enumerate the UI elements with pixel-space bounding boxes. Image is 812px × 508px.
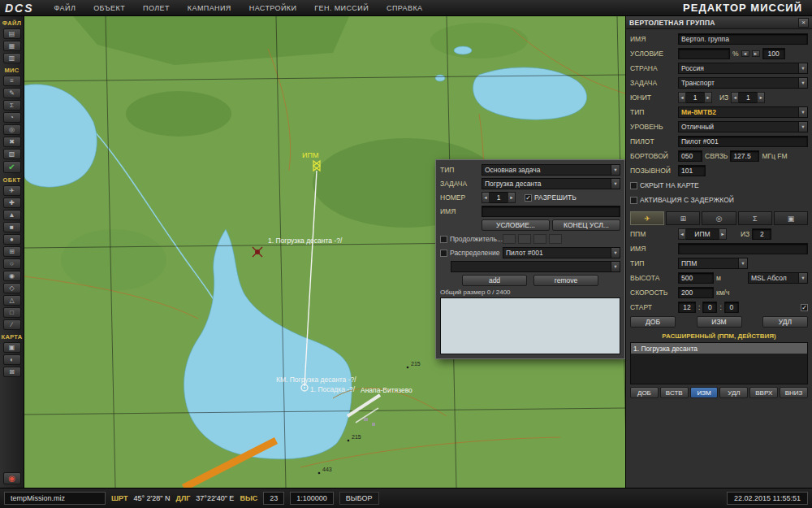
farp-icon[interactable]: ◇ bbox=[3, 283, 21, 293]
unit-total-stepper[interactable]: ◄ 1 ► bbox=[731, 92, 765, 103]
group-task-dropdown[interactable]: Транспорт ▼ bbox=[678, 77, 808, 89]
altitude-input[interactable]: 500 bbox=[678, 272, 714, 284]
triggers-icon[interactable]: ◎ bbox=[3, 124, 21, 135]
task-id-input[interactable] bbox=[482, 206, 620, 217]
remove-task-button[interactable]: remove bbox=[533, 275, 598, 286]
tab-links[interactable]: ◎ bbox=[702, 211, 736, 225]
menu-campaign[interactable]: КАМПАНИЯ bbox=[179, 0, 240, 15]
extra-dropdown[interactable]: ▼ bbox=[451, 261, 620, 272]
action-down-button[interactable]: ВНИЗ bbox=[780, 387, 808, 398]
spin-left-icon[interactable]: ◄ bbox=[731, 92, 739, 103]
wp-add-button[interactable]: ДОБ bbox=[630, 316, 676, 328]
edit-mission-icon[interactable]: ✎ bbox=[3, 88, 21, 98]
spin-left-icon[interactable]: ◄ bbox=[741, 50, 749, 57]
probability-value[interactable]: 100 bbox=[762, 48, 785, 59]
spin-right-icon[interactable]: ► bbox=[752, 50, 760, 57]
skill-dropdown[interactable]: Отличный ▼ bbox=[678, 121, 808, 132]
ruler-icon[interactable]: ∕ bbox=[3, 319, 21, 330]
validate-mission-icon[interactable]: ✔ bbox=[3, 161, 21, 173]
vehicle-icon[interactable]: ■ bbox=[3, 222, 21, 232]
goals-icon[interactable]: ▧ bbox=[3, 149, 21, 159]
allow-checkbox[interactable]: ✓ bbox=[525, 194, 532, 202]
menu-mission-generator[interactable]: ГЕН. МИССИЙ bbox=[305, 0, 378, 15]
unit-type-dropdown[interactable]: Ми-8МТВ2 ▼ bbox=[678, 106, 808, 118]
callsign-input[interactable]: 101 bbox=[678, 165, 706, 176]
action-up-button[interactable]: ВВРХ bbox=[749, 387, 778, 398]
map-theme-icon[interactable]: ◐ bbox=[3, 354, 21, 365]
condition-button[interactable]: УСЛОВИЕ... bbox=[482, 219, 550, 231]
distribution-checkbox[interactable] bbox=[440, 250, 447, 257]
tab-route[interactable]: ✈ bbox=[630, 211, 664, 225]
editor-mode[interactable]: ВЫБОР bbox=[339, 492, 379, 505]
helicopter-icon[interactable]: ✚ bbox=[3, 198, 21, 208]
template-icon[interactable]: ⊞ bbox=[3, 246, 21, 257]
task-dropdown[interactable]: Погрузка десанта ▼ bbox=[482, 178, 620, 189]
bullseye-icon[interactable]: ◉ bbox=[3, 271, 21, 281]
start-hours-input[interactable]: 12 bbox=[678, 302, 696, 313]
map-scale[interactable]: 1:100000 bbox=[290, 492, 334, 505]
menu-help[interactable]: СПРАВКА bbox=[378, 0, 431, 15]
close-icon[interactable]: × bbox=[798, 18, 809, 28]
spin-left-icon[interactable]: ◄ bbox=[678, 92, 686, 103]
action-list-item[interactable]: 1. Погрузка десанта bbox=[631, 343, 807, 354]
pilot-input[interactable]: Пилот #001 bbox=[678, 136, 808, 147]
spin-left-icon[interactable]: ◄ bbox=[482, 192, 490, 203]
wp-delete-button[interactable]: УДЛ bbox=[762, 316, 808, 328]
tab-payload[interactable]: ⊞ bbox=[666, 211, 700, 225]
menu-file[interactable]: ФАЙЛ bbox=[45, 0, 85, 15]
hidden-on-map-checkbox[interactable] bbox=[630, 182, 637, 189]
new-mission-icon[interactable]: ▤ bbox=[3, 28, 21, 39]
map-layers-icon[interactable]: ▣ bbox=[3, 342, 21, 353]
late-activation-checkbox[interactable] bbox=[630, 197, 637, 204]
condition-input[interactable] bbox=[678, 48, 730, 59]
open-mission-icon[interactable]: ▦ bbox=[3, 41, 21, 51]
task-script-area[interactable] bbox=[440, 297, 620, 354]
action-delete-button[interactable]: УДЛ bbox=[719, 387, 748, 398]
start-seconds-input[interactable]: 0 bbox=[724, 302, 739, 313]
stop-condition-button[interactable]: КОНЕЦ УСЛ... bbox=[552, 219, 620, 231]
failures-icon[interactable]: ✖ bbox=[3, 137, 21, 147]
altitude-mode-dropdown[interactable]: MSL Абсол ▼ bbox=[748, 272, 808, 284]
spin-right-icon[interactable]: ► bbox=[704, 92, 712, 103]
menu-object[interactable]: ОБЪЕКТ bbox=[84, 0, 134, 15]
start-time-checkbox[interactable]: ✓ bbox=[801, 304, 808, 311]
tab-options[interactable]: ▣ bbox=[774, 211, 808, 225]
briefing-icon[interactable]: ≡ bbox=[3, 76, 21, 86]
actions-list[interactable]: 1. Погрузка десанта bbox=[630, 342, 808, 384]
action-insert-button[interactable]: ВСТВ bbox=[660, 387, 689, 398]
spin-right-icon[interactable]: ► bbox=[719, 228, 727, 240]
menu-settings[interactable]: НАСТРОЙКИ bbox=[240, 0, 306, 15]
static-object-icon[interactable]: ● bbox=[3, 234, 21, 245]
speed-input[interactable]: 200 bbox=[678, 287, 714, 298]
wp-name-input[interactable] bbox=[678, 243, 808, 254]
zone-icon[interactable]: ○ bbox=[3, 258, 21, 269]
spin-right-icon[interactable]: ► bbox=[508, 192, 516, 203]
ppm-stepper[interactable]: ◄ ИПМ ► bbox=[678, 228, 727, 240]
action-edit-button[interactable]: ИЗМ bbox=[690, 387, 719, 398]
board-number-input[interactable]: 050 bbox=[678, 150, 702, 162]
add-task-button[interactable]: add bbox=[462, 275, 527, 286]
map-center-icon[interactable]: ◉ bbox=[3, 472, 21, 484]
group-name-input[interactable]: Вертол. группа bbox=[678, 33, 808, 45]
unit-stepper[interactable]: ◄ 1 ► bbox=[678, 92, 712, 103]
action-add-button[interactable]: ДОБ bbox=[630, 387, 659, 398]
wp-type-dropdown[interactable]: ППМ ▼ bbox=[678, 258, 748, 269]
weather-icon[interactable]: ◔ bbox=[3, 112, 21, 123]
start-minutes-input[interactable]: 0 bbox=[702, 302, 717, 313]
duration-checkbox[interactable] bbox=[440, 236, 447, 243]
label-icon[interactable]: □ bbox=[3, 307, 21, 318]
menu-flight[interactable]: ПОЛЕТ bbox=[134, 0, 179, 15]
init-point-icon[interactable]: △ bbox=[3, 295, 21, 306]
spin-left-icon[interactable]: ◄ bbox=[678, 228, 686, 240]
tab-summary[interactable]: Σ bbox=[738, 211, 772, 225]
task-number-stepper[interactable]: ◄ 1 ► bbox=[482, 192, 516, 203]
distribution-dropdown[interactable]: Пилот #001 ▼ bbox=[503, 247, 620, 258]
spin-right-icon[interactable]: ► bbox=[757, 92, 765, 103]
map-grid-icon[interactable]: ⊠ bbox=[3, 367, 21, 377]
airplane-icon[interactable]: ✈ bbox=[3, 185, 21, 196]
task-type-dropdown[interactable]: Основная задача ▼ bbox=[482, 164, 620, 176]
wp-edit-button[interactable]: ИЗМ bbox=[697, 316, 742, 328]
country-dropdown[interactable]: Россия ▼ bbox=[678, 63, 808, 74]
save-mission-icon[interactable]: ▥ bbox=[3, 53, 21, 63]
summary-icon[interactable]: Σ bbox=[3, 100, 21, 111]
